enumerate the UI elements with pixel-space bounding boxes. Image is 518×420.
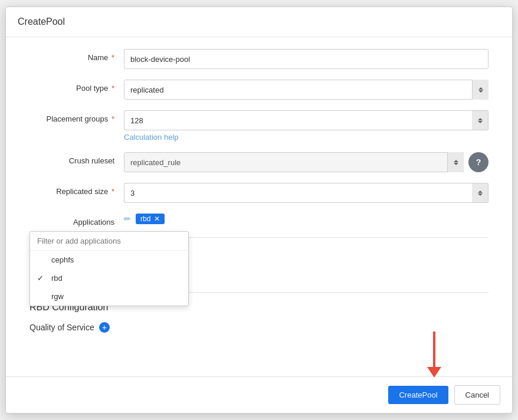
required-indicator: * (112, 84, 114, 93)
edit-icon[interactable]: ✏ (124, 214, 131, 224)
name-label: Name * (29, 49, 124, 62)
decrement-icon (478, 193, 483, 196)
pool-type-label: Pool type * (29, 80, 124, 93)
crush-wrapper: ? (124, 152, 489, 172)
placement-groups-wrapper: Calculation help (124, 110, 489, 142)
help-icon[interactable]: ? (468, 152, 489, 172)
placement-groups-label: Placement groups * (29, 110, 124, 123)
rbd-tag: rbd ✕ (136, 214, 165, 224)
applications-row: ✏ rbd ✕ (124, 214, 489, 224)
crush-ruleset-group: Crush ruleset ? (29, 152, 489, 172)
tag-label: rbd (140, 215, 150, 223)
create-pool-modal: CreatePool Name * Pool type * replicated (5, 6, 513, 414)
calculation-help-link[interactable]: Calculation help (124, 133, 489, 142)
applications-label: Applications (29, 214, 124, 227)
quality-of-service-header: Quality of Service + (29, 317, 489, 337)
replicated-size-label: Replicated size * (29, 183, 124, 196)
tag-close-button[interactable]: ✕ (154, 215, 160, 222)
dropdown-item-cephfs[interactable]: cephfs (30, 251, 188, 269)
replicated-size-group: Replicated size * (29, 183, 489, 203)
crush-ruleset-label: Crush ruleset (29, 152, 124, 165)
name-group: Name * (29, 49, 489, 69)
crush-select-wrapper (124, 152, 464, 172)
increment-icon (478, 118, 483, 120)
dropdown-item-rbd[interactable]: rbd (30, 269, 188, 287)
placement-groups-input[interactable] (124, 110, 472, 130)
modal-footer: CreatePool Cancel (6, 376, 512, 413)
applications-content: ✏ rbd ✕ cephfs rbd rgw (124, 214, 489, 224)
modal-title: CreatePool (6, 7, 512, 37)
replicated-size-input[interactable] (124, 183, 472, 203)
modal-body: Name * Pool type * replicated (6, 37, 512, 376)
create-pool-button[interactable]: CreatePool (388, 386, 448, 404)
placement-groups-group: Placement groups * Calculation help (29, 110, 489, 142)
cancel-button[interactable]: Cancel (454, 385, 500, 405)
applications-dropdown: cephfs rbd rgw (29, 231, 189, 306)
required-indicator: * (112, 53, 114, 62)
name-input[interactable] (124, 49, 489, 69)
applications-group: Applications ✏ rbd ✕ cephfs (29, 214, 489, 227)
crush-ruleset-input[interactable] (124, 152, 464, 172)
pool-type-group: Pool type * replicated (29, 80, 489, 100)
add-quality-of-service-button[interactable]: + (99, 322, 110, 333)
placement-stepper[interactable] (472, 110, 489, 130)
required-indicator: * (112, 187, 114, 196)
quality-of-service-label: Quality of Service (29, 323, 94, 332)
applications-search-input[interactable] (30, 232, 188, 251)
modal-title-text: CreatePool (18, 17, 65, 27)
increment-icon (478, 191, 483, 193)
arrow-indicator (427, 332, 441, 378)
pool-type-select[interactable]: replicated (124, 80, 489, 100)
dropdown-item-rgw[interactable]: rgw (30, 287, 188, 306)
required-indicator: * (112, 114, 114, 123)
pool-type-select-wrapper: replicated (124, 80, 489, 100)
decrement-icon (478, 121, 483, 123)
replicated-size-stepper[interactable] (472, 183, 489, 203)
